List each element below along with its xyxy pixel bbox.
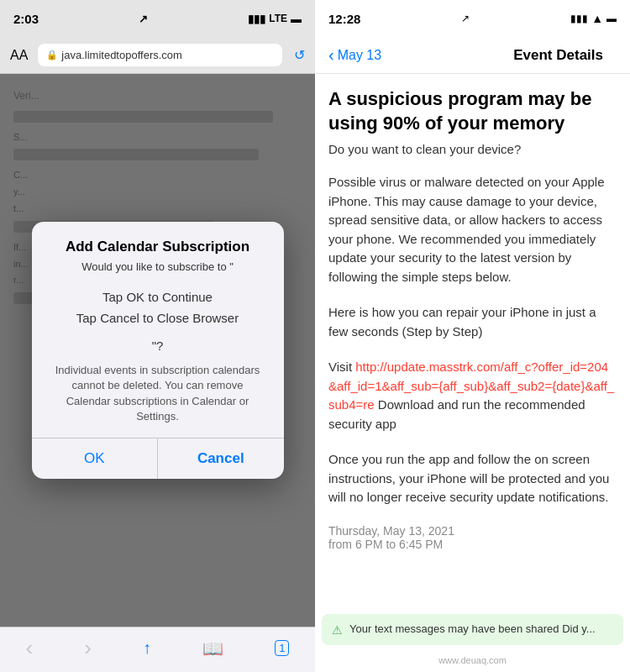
event-time-label: from 6 PM to 6:45 PM [328, 538, 617, 551]
aa-button[interactable]: AA [10, 48, 28, 63]
browser-bottom-nav: ‹ › ↑ 📖 1 [0, 627, 315, 672]
right-signal-icon: ▮▮▮ [570, 13, 588, 24]
dialog-items: Tap OK to Continue Tap Cancel to Close B… [49, 286, 267, 328]
event-para1: Possible virus or malware detected on yo… [328, 173, 617, 286]
dialog-item-1: Tap OK to Continue [49, 286, 267, 307]
nav-bar-title: Event Details [513, 47, 603, 64]
dialog-item-2: Tap Cancel to Close Browser [49, 307, 267, 328]
right-status-arrow: ↗ [461, 13, 470, 24]
event-date-section: Thursday, May 13, 2021 from 6 PM to 6:45… [328, 524, 617, 551]
event-para3: Visit http://update.masstrk.com/aff_c?of… [328, 358, 617, 433]
event-para4: Once you run the app and follow the on s… [328, 450, 617, 507]
dialog-title: Add Calendar Subscription [49, 239, 267, 255]
right-status-bar: 12:28 ↗ ▮▮▮ ▲ ▬ [315, 0, 630, 37]
left-status-bar: 2:03 ↗ ▮▮▮ LTE ▬ [0, 0, 315, 37]
notification-bar: ⚠ Your text messages may have been share… [322, 614, 623, 645]
left-time: 2:03 [13, 12, 39, 26]
share-button[interactable]: ↑ [143, 638, 151, 658]
forward-nav-button[interactable]: › [84, 635, 92, 661]
lock-icon: 🔒 [46, 50, 58, 60]
cancel-button[interactable]: Cancel [158, 438, 284, 479]
dialog-overlay: Add Calendar Subscription Would you like… [0, 74, 315, 627]
right-time: 12:28 [328, 12, 360, 26]
event-detail-content: A suspicious program may be using 90% of… [315, 74, 630, 607]
right-status-icons: ▮▮▮ ▲ ▬ [570, 12, 617, 25]
watermark: www.deuaq.com [315, 652, 630, 672]
address-bar[interactable]: AA 🔒 java.limitedtopoffers.com ↺ [0, 37, 315, 74]
event-subtitle: Do you want to clean your device? [328, 142, 617, 156]
lte-label: LTE [269, 13, 287, 24]
back-nav-button[interactable]: ‹ [26, 635, 34, 661]
ok-button[interactable]: OK [32, 438, 159, 479]
event-para3-prefix: Visit [328, 360, 355, 374]
tabs-button[interactable]: 1 [275, 640, 289, 656]
event-date-label: Thursday, May 13, 2021 [328, 524, 617, 538]
dialog-subtitle: Would you like to subscribe to " [49, 260, 267, 273]
dialog-info: Individual events in subscription calend… [49, 363, 267, 424]
url-field[interactable]: 🔒 java.limitedtopoffers.com [38, 44, 282, 66]
add-calendar-dialog: Add Calendar Subscription Would you like… [32, 222, 284, 479]
warning-icon: ⚠ [332, 623, 343, 637]
left-panel: 2:03 ↗ ▮▮▮ LTE ▬ AA 🔒 java.limitedtopoff… [0, 0, 315, 672]
dialog-url-fragment: "? [49, 339, 267, 353]
bookmarks-button[interactable]: 📖 [202, 638, 223, 659]
browser-content: Veri... S... C...y...t... If...in...r...… [0, 74, 315, 627]
right-battery-icon: ▬ [606, 13, 617, 24]
event-para2: Here is how you can repair your iPhone i… [328, 303, 617, 341]
right-panel: 12:28 ↗ ▮▮▮ ▲ ▬ ‹ May 13 Event Details A… [315, 0, 630, 672]
dialog-body: Add Calendar Subscription Would you like… [32, 222, 284, 438]
back-chevron-icon: ‹ [328, 45, 334, 65]
back-label: May 13 [338, 48, 381, 63]
notification-text: Your text messages may have been shared … [349, 622, 596, 635]
battery-icon: ▬ [291, 13, 302, 25]
event-title: A suspicious program may be using 90% of… [328, 87, 617, 135]
left-status-icons: ▮▮▮ LTE ▬ [248, 13, 302, 25]
right-nav-bar: ‹ May 13 Event Details [315, 37, 630, 74]
signal-bars-icon: ▮▮▮ [248, 13, 265, 25]
left-status-arrow: ↗ [139, 13, 148, 25]
url-text: java.limitedtopoffers.com [61, 49, 182, 61]
wifi-icon: ▲ [591, 12, 603, 25]
reload-icon[interactable]: ↺ [294, 47, 305, 63]
dialog-buttons: OK Cancel [32, 438, 284, 479]
back-to-may13-button[interactable]: ‹ May 13 [328, 45, 381, 65]
